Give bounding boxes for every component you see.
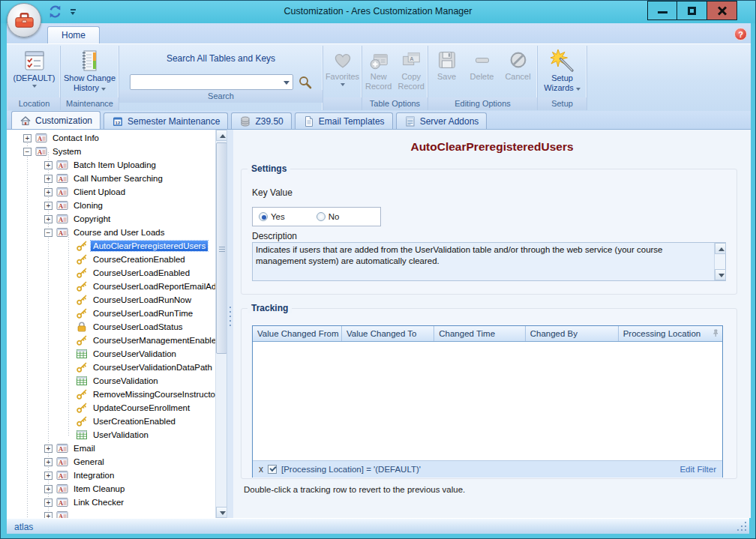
expand-icon[interactable]: + (44, 512, 52, 519)
save-button[interactable]: Save (430, 49, 464, 82)
svg-text:A: A (58, 445, 64, 453)
column-header[interactable]: Changed By (526, 326, 619, 341)
radio-no[interactable]: No (316, 212, 340, 221)
scroll-down-icon[interactable] (216, 507, 227, 518)
panel-splitter[interactable] (227, 130, 233, 518)
tree-item[interactable]: CourseCreationEnabled (7, 253, 215, 266)
tree-item[interactable]: CourseUserValidation (7, 347, 215, 361)
tree-item[interactable]: UserValidation (7, 428, 215, 442)
tree-item[interactable]: UserCreationEnabled (7, 415, 215, 428)
combo-dropdown-icon[interactable] (284, 81, 290, 85)
edit-filter-link[interactable]: Edit Filter (680, 465, 716, 474)
expand-icon[interactable]: + (44, 458, 52, 466)
tab-customization[interactable]: Customization (11, 111, 100, 129)
collapse-icon[interactable]: − (23, 148, 32, 156)
expand-icon[interactable]: + (44, 188, 52, 196)
tree-item-label: CourseUserValidationDataPath (91, 362, 214, 373)
table-icon (76, 348, 88, 360)
copy-record-button[interactable]: A Copy Record (395, 49, 428, 91)
description-text: Indicates if users that are added from t… (256, 244, 709, 267)
minimize-button[interactable] (647, 1, 677, 20)
favorites-button[interactable]: Favorites (323, 49, 362, 86)
description-box[interactable]: Indicates if users that are added from t… (252, 242, 726, 281)
tree-item[interactable]: +ABatch Item Uploading (7, 158, 215, 172)
key-icon (76, 307, 88, 319)
cancel-button[interactable]: Cancel (500, 49, 536, 82)
expand-icon[interactable]: + (44, 215, 52, 223)
tab-semester-maintenance[interactable]: 12Semester Maintenance (104, 112, 228, 129)
tree-item[interactable]: +AEmail (7, 442, 215, 455)
resize-grip[interactable] (745, 529, 746, 531)
tab-email-templates[interactable]: Email Templates (295, 112, 393, 129)
tree-item[interactable]: +AItem Cleanup (7, 482, 215, 496)
tab-z39-50[interactable]: Z39.50 (231, 112, 291, 129)
show-change-history-button[interactable]: Show Change History (61, 49, 118, 93)
tree-item[interactable]: CourseUserManagementEnabled (7, 334, 215, 347)
tree-item[interactable]: +AContact Info (7, 131, 215, 145)
default-location-button[interactable]: (DEFAULT) (8, 49, 60, 88)
tree-item[interactable]: +AIntegration (7, 469, 215, 482)
filter-checkbox[interactable] (268, 465, 277, 474)
tree-item[interactable]: CourseUserLoadEnabled (7, 266, 215, 280)
tree-item[interactable]: RemoveMissingCourseInstructors (7, 388, 215, 401)
tree-item[interactable]: CourseUserLoadRunTime (7, 307, 215, 320)
tree-item[interactable]: AutoClearPreregisteredUsers (7, 239, 215, 253)
tree-item[interactable]: −ASystem (7, 145, 215, 158)
column-header[interactable]: Processing Location (619, 326, 722, 341)
tree-item[interactable]: +AGeneral (7, 455, 215, 469)
tab-server-addons[interactable]: Server Addons (396, 112, 488, 129)
key-icon (76, 267, 88, 279)
tree-item[interactable]: +ALink Checker (7, 496, 215, 509)
tree-item[interactable]: CourseUserValidationDataPath (7, 361, 215, 374)
help-button[interactable]: ? (734, 28, 747, 40)
ribbon-tab-home[interactable]: Home (47, 26, 100, 43)
expand-icon[interactable]: + (44, 472, 52, 480)
application-button[interactable] (7, 3, 41, 37)
svg-text:A: A (58, 162, 64, 169)
search-icon[interactable] (298, 75, 313, 90)
column-header[interactable]: Value Changed To (342, 326, 434, 341)
search-input[interactable] (132, 76, 276, 88)
grid-body[interactable] (253, 342, 722, 460)
column-header[interactable]: Changed Time (434, 326, 525, 341)
tree-item[interactable]: +ACloning (7, 199, 215, 212)
scroll-up-icon[interactable] (715, 243, 726, 254)
tree-item[interactable]: +A (7, 509, 215, 518)
expand-icon[interactable]: + (23, 134, 32, 142)
maximize-button[interactable] (677, 1, 707, 20)
new-record-button[interactable]: New Record (362, 49, 395, 91)
qat-dropdown-icon[interactable] (69, 7, 78, 17)
tree-item[interactable]: +ACall Number Searching (7, 172, 215, 185)
column-header[interactable]: Value Changed From (253, 326, 342, 341)
expand-icon[interactable]: + (44, 161, 52, 169)
setup-wizards-button[interactable]: Setup Wizards (538, 49, 586, 93)
description-scrollbar[interactable] (714, 243, 725, 280)
tree-item-label: Batch Item Uploading (71, 160, 158, 170)
radio-yes[interactable]: Yes (259, 212, 285, 221)
tree-item[interactable]: +ACopyright (7, 212, 215, 226)
tree-item[interactable]: CourseUserLoadStatus (7, 320, 215, 334)
tree-scrollbar[interactable] (215, 130, 226, 518)
sync-icon[interactable] (47, 4, 63, 19)
search-combobox[interactable] (130, 74, 293, 90)
expand-icon[interactable]: + (44, 175, 52, 183)
svg-text:A: A (58, 216, 64, 223)
filter-close-icon[interactable]: x (259, 465, 263, 474)
tree-item[interactable]: +AClient Upload (7, 185, 215, 199)
tree-item[interactable]: −ACourse and User Loads (7, 226, 215, 239)
close-button[interactable] (707, 1, 737, 20)
tree-item[interactable]: CourseValidation (7, 374, 215, 388)
scroll-up-icon[interactable] (216, 130, 227, 141)
expand-icon[interactable]: + (44, 485, 52, 493)
copy-record-icon: A (400, 49, 422, 71)
expand-icon[interactable]: + (44, 499, 52, 507)
tree-item[interactable]: CourseUserLoadRunNow (7, 293, 215, 307)
expand-icon[interactable]: + (44, 202, 52, 210)
tree-item[interactable]: CourseUserLoadReportEmailAddr... (7, 280, 215, 293)
scroll-down-icon[interactable] (715, 269, 726, 280)
collapse-icon[interactable]: − (44, 229, 52, 237)
delete-button[interactable]: Delete (464, 49, 500, 82)
tree-item[interactable]: UpdateCourseEnrollment (7, 401, 215, 415)
expand-icon[interactable]: + (44, 445, 52, 453)
scrollbar-thumb[interactable] (216, 142, 227, 354)
